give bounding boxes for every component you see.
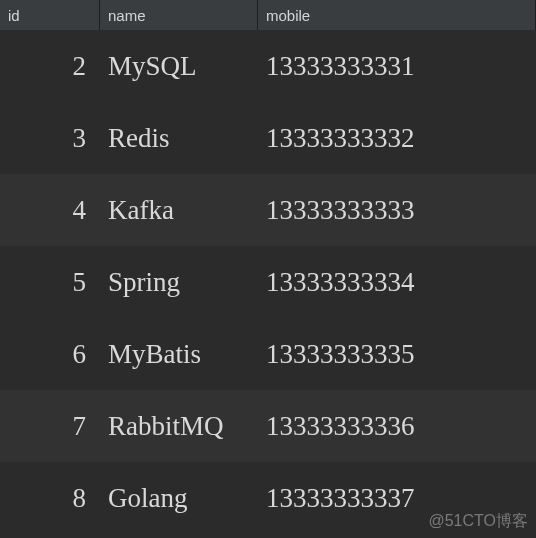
table-row[interactable]: 6 MyBatis 13333333335 — [0, 318, 536, 390]
cell-name: RabbitMQ — [100, 390, 258, 462]
cell-name: Kafka — [100, 174, 258, 246]
cell-mobile: 13333333331 — [258, 30, 536, 102]
cell-id: 8 — [0, 462, 100, 534]
cell-name: Golang — [100, 462, 258, 534]
column-header-mobile[interactable]: mobile — [258, 0, 536, 30]
watermark-text: @51CTO博客 — [428, 511, 528, 532]
cell-mobile: 13333333332 — [258, 102, 536, 174]
cell-mobile: 13333333335 — [258, 318, 536, 390]
cell-id: 2 — [0, 30, 100, 102]
table-row[interactable]: 7 RabbitMQ 13333333336 — [0, 390, 536, 462]
cell-id: 7 — [0, 390, 100, 462]
table-row[interactable]: 2 MySQL 13333333331 — [0, 30, 536, 102]
cell-mobile: 13333333336 — [258, 390, 536, 462]
cell-name: MySQL — [100, 30, 258, 102]
table-header-row: id name mobile — [0, 0, 536, 30]
cell-name: MyBatis — [100, 318, 258, 390]
cell-id: 5 — [0, 246, 100, 318]
cell-mobile: 13333333333 — [258, 174, 536, 246]
table-row[interactable]: 5 Spring 13333333334 — [0, 246, 536, 318]
cell-id: 6 — [0, 318, 100, 390]
cell-id: 3 — [0, 102, 100, 174]
data-table: id name mobile 2 MySQL 13333333331 3 Red… — [0, 0, 536, 538]
cell-name: Spring — [100, 246, 258, 318]
table-row[interactable]: 3 Redis 13333333332 — [0, 102, 536, 174]
cell-id: 4 — [0, 174, 100, 246]
column-header-id[interactable]: id — [0, 0, 100, 30]
cell-mobile: 13333333334 — [258, 246, 536, 318]
table-row[interactable]: 4 Kafka 13333333333 — [0, 174, 536, 246]
column-header-name[interactable]: name — [100, 0, 258, 30]
cell-name: Redis — [100, 102, 258, 174]
